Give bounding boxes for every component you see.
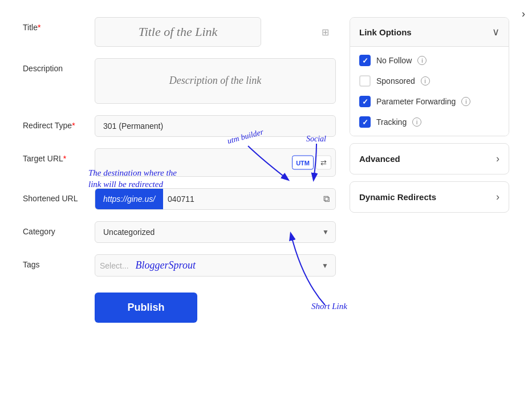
tags-label: Tags [23, 254, 86, 269]
shortened-url-label: Shortened URL [23, 188, 86, 203]
dynamic-redirects-chevron-icon: › [496, 191, 499, 203]
tags-row: Tags Select... BloggerSprout ▼ [23, 254, 336, 277]
shortened-url-wrapper: https://gine.us/ ⧉ [95, 188, 336, 210]
tags-value: BloggerSprout [133, 255, 198, 276]
tags-select-wrapper[interactable]: Select... BloggerSprout ▼ [95, 254, 336, 277]
no-follow-checkbox[interactable] [359, 55, 371, 66]
title-label: Title* [23, 17, 86, 32]
no-follow-info-icon[interactable]: i [417, 56, 427, 65]
dynamic-redirects-panel[interactable]: Dynamic Redirects › [350, 181, 509, 213]
title-icon: ⊞ [322, 27, 329, 38]
required-star-2: * [72, 121, 75, 130]
tags-placeholder: Select... [95, 255, 133, 276]
advanced-chevron-icon: › [496, 153, 499, 165]
link-options-chevron-icon: ∨ [492, 26, 499, 38]
target-url-row: Target URL* UTM ⇄ [23, 148, 336, 177]
advanced-label: Advanced [359, 154, 400, 164]
tracking-label: Tracking [376, 117, 407, 127]
link-options-panel: Link Options ∨ No Follow i Sponsored i [350, 17, 509, 136]
description-input[interactable] [95, 58, 336, 104]
tracking-checkbox[interactable] [359, 116, 371, 128]
dynamic-redirects-label: Dynamic Redirects [359, 192, 436, 202]
category-label: Category [23, 221, 86, 236]
publish-button[interactable]: Publish [95, 293, 197, 323]
sponsored-info-icon[interactable]: i [421, 76, 430, 86]
utm-button[interactable]: UTM [292, 156, 314, 170]
category-select[interactable]: Uncategorized [95, 221, 336, 243]
publish-row: Publish [23, 293, 336, 323]
target-url-actions: UTM ⇄ [292, 156, 331, 170]
right-column: Link Options ∨ No Follow i Sponsored i [350, 17, 509, 323]
target-url-wrapper: UTM ⇄ [95, 148, 336, 177]
parameter-forwarding-checkbox[interactable] [359, 96, 371, 107]
title-input[interactable] [95, 17, 261, 47]
tags-chevron-icon: ▼ [322, 262, 328, 270]
copy-button[interactable]: ⧉ [318, 189, 335, 209]
advanced-panel[interactable]: Advanced › [350, 143, 509, 174]
shortened-prefix[interactable]: https://gine.us/ [95, 189, 163, 209]
redirect-type-select[interactable]: 301 (Permanent) [95, 115, 336, 137]
sponsored-option-row: Sponsored i [359, 75, 499, 87]
parameter-forwarding-option-row: Parameter Forwarding i [359, 96, 499, 107]
no-follow-label: No Follow [376, 56, 412, 65]
category-select-wrapper: Uncategorized ▼ [95, 221, 336, 243]
target-url-label: Target URL* [23, 148, 86, 163]
description-row: Description [23, 58, 336, 104]
redirect-type-row: Redirect Type* 301 (Permanent) [23, 115, 336, 137]
sponsored-checkbox[interactable] [359, 75, 371, 87]
shortened-slug-input[interactable] [163, 189, 318, 209]
tracking-info-icon[interactable]: i [412, 117, 421, 127]
tracking-option-row: Tracking i [359, 116, 499, 128]
sponsored-label: Sponsored [376, 76, 415, 86]
no-follow-option-row: No Follow i [359, 55, 499, 66]
description-label: Description [23, 58, 86, 73]
left-form-column: Title* ⊞ Description Redirect Type* [23, 17, 336, 323]
title-row: Title* ⊞ [23, 17, 336, 47]
required-star: * [38, 23, 40, 32]
required-star-3: * [63, 154, 66, 163]
shortened-url-row: Shortened URL https://gine.us/ ⧉ [23, 188, 336, 210]
parameter-forwarding-label: Parameter Forwarding [376, 97, 456, 106]
link-options-body: No Follow i Sponsored i Parameter Forwar… [350, 47, 509, 136]
social-button[interactable]: ⇄ [316, 156, 331, 170]
link-options-title: Link Options [359, 27, 412, 37]
redirect-type-label: Redirect Type* [23, 115, 86, 130]
category-row: Category Uncategorized ▼ [23, 221, 336, 243]
parameter-forwarding-info-icon[interactable]: i [461, 97, 470, 106]
link-options-header[interactable]: Link Options ∨ [350, 18, 509, 47]
